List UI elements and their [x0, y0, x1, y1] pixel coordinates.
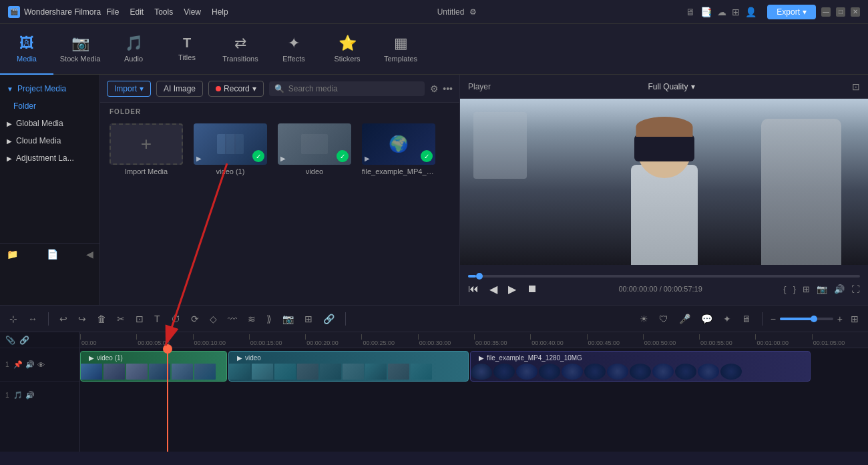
step-back-button[interactable]: ◀: [489, 283, 497, 296]
close-button[interactable]: ✕: [851, 7, 860, 17]
quality-selector[interactable]: Full Quality ▾: [648, 82, 694, 91]
toolbar-audio[interactable]: 🎵 Audio: [107, 24, 160, 75]
sidebar-cloud-media[interactable]: ▶ Cloud Media: [0, 132, 99, 149]
caption-button[interactable]: 💬: [698, 311, 715, 327]
zoom-out-icon[interactable]: −: [771, 314, 776, 324]
track1-volume-icon[interactable]: 🔊: [25, 360, 35, 369]
volume-button[interactable]: 🔊: [834, 284, 845, 294]
video1-play-icon: ▶: [196, 155, 202, 162]
transform-button[interactable]: ⟳: [188, 311, 202, 327]
track2-music-icon[interactable]: 🎵: [13, 391, 23, 400]
import-button[interactable]: Import ▾: [107, 81, 151, 97]
clip-video3[interactable]: ▶ file_example_MP4_1280_10MG: [470, 351, 811, 382]
clip-video1[interactable]: ▶ video (1): [80, 351, 227, 382]
avatar-icon[interactable]: 👤: [745, 7, 756, 17]
menu-help[interactable]: Help: [212, 7, 228, 17]
menu-edit[interactable]: Edit: [130, 7, 144, 17]
track1-lock-icon[interactable]: 📌: [13, 360, 23, 369]
zoom-in-icon[interactable]: +: [837, 314, 843, 324]
collapse-icon[interactable]: ◀: [86, 249, 93, 260]
sidebar-project-media[interactable]: ▼ Project Media: [0, 80, 99, 97]
skip-back-button[interactable]: ⏮: [468, 283, 479, 295]
sidebar-global-media[interactable]: ▶ Global Media: [0, 115, 99, 132]
more-options-icon[interactable]: •••: [443, 83, 453, 94]
track2-volume-icon[interactable]: 🔊: [25, 391, 35, 400]
grid-icon[interactable]: ⊞: [732, 7, 740, 17]
cloud-icon[interactable]: ☁: [717, 7, 726, 17]
export-button[interactable]: Export ▾: [767, 5, 816, 19]
filter-icon[interactable]: ⚙: [430, 83, 439, 94]
redo-button[interactable]: ↪: [75, 311, 89, 327]
sidebar-folder[interactable]: Folder: [0, 97, 99, 115]
audio-tool-button[interactable]: 〰: [225, 311, 240, 327]
bookmark-icon[interactable]: 📑: [700, 7, 712, 17]
timeline-body: 📎 🔗 1 📌 🔊 👁 1 🎵 🔊: [0, 332, 868, 452]
player-expand-icon[interactable]: ⊡: [852, 81, 860, 92]
sidebar-adjustment-layer[interactable]: ▶ Adjustment La...: [0, 149, 99, 167]
speed-button[interactable]: ⟫: [264, 311, 274, 327]
menu-view[interactable]: View: [184, 7, 201, 17]
add-folder-icon[interactable]: 📁: [7, 249, 18, 260]
mic-button[interactable]: 🎤: [676, 311, 693, 327]
toolbar-effects[interactable]: ✦ Effects: [267, 24, 320, 75]
toolbar-media[interactable]: 🖼 Media: [0, 24, 53, 75]
sun-button[interactable]: ☀: [637, 311, 651, 327]
menu-tools[interactable]: Tools: [154, 7, 173, 17]
toolbar-stickers[interactable]: ⭐ Stickers: [320, 24, 374, 75]
shape-button[interactable]: ◇: [207, 311, 220, 327]
menu-file[interactable]: File: [106, 7, 119, 17]
clip-video2[interactable]: ▶ video: [228, 351, 469, 382]
progress-bar[interactable]: [468, 275, 860, 278]
ruler-50: 00:00:50:00: [643, 334, 699, 346]
audio-eq-button[interactable]: ≋: [245, 311, 258, 327]
mark-in-button[interactable]: {: [783, 284, 786, 294]
monitor-button[interactable]: 🖥: [739, 311, 754, 327]
media-item-import[interactable]: + Import Media: [110, 123, 183, 175]
search-input[interactable]: [288, 84, 420, 93]
import-thumb[interactable]: +: [110, 123, 183, 165]
cut-button[interactable]: ✂: [114, 311, 128, 327]
quality-label: Full Quality: [648, 82, 688, 91]
shield-button[interactable]: 🛡: [656, 311, 671, 327]
ai-image-button[interactable]: AI Image: [156, 81, 203, 97]
media-item-video3[interactable]: 🌍 ✓ ▶ file_example_MP4_128...: [362, 123, 435, 175]
crop-button[interactable]: ⊡: [133, 311, 146, 327]
pip-button[interactable]: ⊞: [302, 311, 315, 327]
ai-cut-button[interactable]: ✦: [720, 311, 734, 327]
undo-button[interactable]: ↩: [57, 311, 70, 327]
media-item-video1[interactable]: ✓ ▶ video (1): [194, 123, 267, 175]
ruler-20: 00:00:20:00: [305, 334, 361, 346]
ripple-tool-button[interactable]: ↔: [25, 311, 40, 327]
select-tool-button[interactable]: ⊹: [7, 311, 20, 327]
attach-icon[interactable]: 📎: [5, 336, 15, 345]
camera-button[interactable]: 📷: [280, 311, 296, 327]
link-button[interactable]: 🔗: [320, 311, 337, 327]
clip3-name: file_example_MP4_1280_10MG: [487, 354, 582, 362]
toolbar-templates[interactable]: ▦ Templates: [374, 24, 427, 75]
minimize-button[interactable]: —: [821, 7, 831, 17]
zoom-slider[interactable]: − +: [771, 314, 843, 324]
snapshot-button[interactable]: 📷: [817, 284, 827, 294]
add-item-icon[interactable]: 📄: [47, 249, 58, 260]
track1-eye-icon[interactable]: 👁: [37, 361, 45, 369]
search-box[interactable]: 🔍: [269, 81, 425, 96]
toolbar-transitions[interactable]: ⇄ Transitions: [214, 24, 267, 75]
toolbar-titles[interactable]: T Titles: [160, 24, 214, 75]
record-button[interactable]: Record ▾: [208, 81, 264, 97]
timer-button[interactable]: ⏱: [168, 311, 183, 327]
stop-button[interactable]: ⏹: [527, 283, 537, 295]
link-chain-icon[interactable]: 🔗: [19, 336, 29, 345]
grid-view-button[interactable]: ⊞: [848, 311, 861, 327]
monitor-icon[interactable]: 🖥: [686, 7, 695, 17]
toolbar-stock-media[interactable]: 📷 Stock Media: [53, 24, 107, 75]
maximize-button[interactable]: □: [836, 7, 845, 17]
text-button[interactable]: T: [152, 311, 163, 327]
playhead[interactable]: [167, 348, 168, 452]
delete-button[interactable]: 🗑: [94, 311, 109, 327]
fullscreen-button[interactable]: ⛶: [851, 284, 860, 294]
mark-out-button[interactable]: }: [793, 284, 796, 294]
insert-button[interactable]: ⊞: [803, 284, 810, 294]
play-button[interactable]: ▶: [508, 283, 516, 296]
media-item-video2[interactable]: ✓ ▶ video: [278, 123, 351, 175]
video2-check-badge: ✓: [337, 150, 349, 162]
